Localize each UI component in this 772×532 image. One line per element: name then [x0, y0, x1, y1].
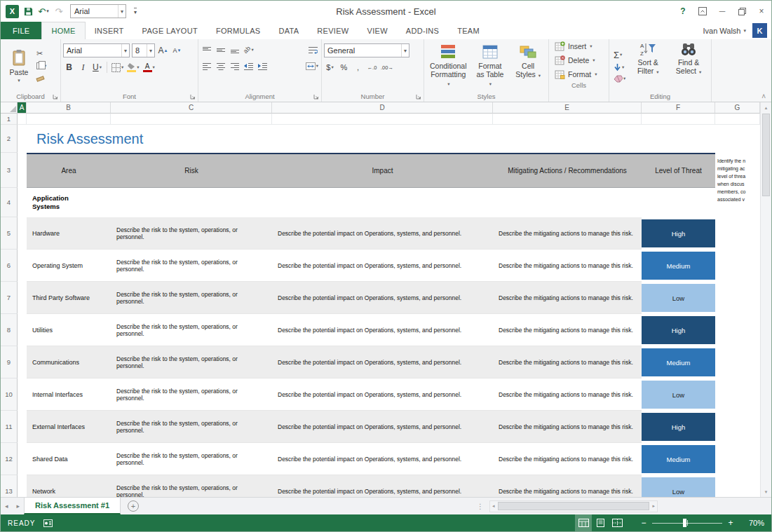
borders-icon[interactable]: ▾	[111, 61, 124, 74]
format-cells-button[interactable]: Format▾	[555, 69, 603, 79]
zoom-out-icon[interactable]: −	[637, 518, 651, 528]
cell-a[interactable]	[18, 250, 27, 282]
row-number[interactable]: 7	[1, 282, 18, 314]
decrease-indent-icon[interactable]	[243, 60, 255, 72]
font-color-icon[interactable]: A▾	[142, 61, 156, 74]
horizontal-scrollbar[interactable]: ◂ ▸	[489, 500, 658, 512]
cell-impact[interactable]: Describe the potential impact on Operati…	[272, 378, 493, 411]
column-header-a[interactable]: A	[18, 102, 27, 114]
ribbon-tab-home[interactable]: HOME	[41, 22, 85, 39]
decrease-decimal-icon[interactable]: .00→	[380, 61, 394, 74]
page-break-view-icon[interactable]	[609, 514, 625, 531]
sort-filter-button[interactable]: AZ Sort & Filter ▾	[628, 41, 668, 90]
cell-area[interactable]: Operating System	[27, 250, 111, 282]
cell-g[interactable]	[715, 443, 760, 475]
save-icon[interactable]	[22, 4, 34, 18]
increase-indent-icon[interactable]	[257, 60, 269, 72]
bold-icon[interactable]: B	[63, 61, 75, 74]
header-area[interactable]: Area	[27, 153, 111, 188]
column-header-g[interactable]: G	[715, 102, 760, 114]
merge-center-icon[interactable]: ▾	[305, 60, 319, 72]
cut-icon[interactable]: ✂	[36, 49, 46, 58]
cell-a[interactable]	[18, 411, 27, 443]
comma-style-icon[interactable]: ,	[352, 61, 364, 74]
header-risk[interactable]: Risk	[111, 153, 272, 188]
page-layout-view-icon[interactable]	[592, 514, 609, 531]
align-bottom-icon[interactable]	[229, 43, 241, 56]
empty-cell[interactable]	[18, 125, 27, 153]
cell-impact[interactable]: Describe the potential impact on Operati…	[272, 346, 493, 378]
cell-actions[interactable]: Describe the mitigating actions to manag…	[493, 217, 642, 250]
insert-cells-button[interactable]: Insert▾	[555, 41, 603, 51]
cell-g[interactable]	[715, 282, 760, 314]
find-select-button[interactable]: Find & Select ▾	[668, 41, 709, 90]
account-user[interactable]: Ivan Walsh▾	[703, 27, 746, 35]
number-format-select[interactable]: General▾	[324, 43, 409, 57]
minimize-icon[interactable]: ─	[712, 1, 732, 22]
restore-icon[interactable]	[732, 1, 752, 22]
sheet-title[interactable]: Risk Assessment	[27, 125, 760, 153]
ribbon-tab-file[interactable]: FILE	[1, 22, 41, 39]
copy-icon[interactable]: ▾	[36, 62, 46, 71]
cell-g[interactable]	[715, 217, 760, 250]
select-all-button[interactable]	[1, 102, 18, 114]
ribbon-tab-insert[interactable]: INSERT	[86, 22, 133, 39]
cell-risk[interactable]: Describe the risk to the system, operati…	[111, 346, 272, 378]
empty-cell[interactable]	[642, 114, 715, 125]
cell-g[interactable]	[715, 411, 760, 443]
cell-actions[interactable]: Describe the mitigating actions to manag…	[493, 250, 642, 282]
cell-a[interactable]	[18, 314, 27, 346]
cell-actions[interactable]: Describe the mitigating actions to manag…	[493, 314, 642, 346]
avatar[interactable]: K	[752, 23, 767, 38]
cell-risk[interactable]: Describe the risk to the system, operati…	[111, 282, 272, 314]
row-number[interactable]: 5	[1, 217, 18, 250]
clipped-note-text[interactable]: Identify the nmitigating aclevel of thre…	[717, 157, 758, 203]
new-sheet-icon[interactable]: +	[128, 500, 139, 512]
empty-cell[interactable]	[18, 153, 27, 188]
cell-risk[interactable]: Describe the risk to the system, operati…	[111, 217, 272, 250]
cell-risk[interactable]: Describe the risk to the system, operati…	[111, 411, 272, 443]
empty-cell[interactable]	[27, 114, 111, 125]
number-dialog-launcher-icon[interactable]	[416, 94, 421, 100]
increase-decimal-icon[interactable]: ←.0	[366, 61, 378, 74]
zoom-percent[interactable]: 70%	[738, 519, 764, 527]
cell-area[interactable]: Internal Interfaces	[27, 378, 111, 411]
threat-level-cell[interactable]: Medium	[642, 250, 715, 282]
ribbon-tab-view[interactable]: VIEW	[358, 22, 397, 39]
cell-risk[interactable]: Describe the risk to the system, operati…	[111, 378, 272, 411]
collapse-ribbon-icon[interactable]: ˄	[761, 93, 766, 100]
cell-impact[interactable]: Describe the potential impact on Operati…	[272, 443, 493, 475]
row-number[interactable]: 12	[1, 443, 18, 475]
empty-cell[interactable]	[493, 114, 642, 125]
align-top-icon[interactable]	[201, 43, 212, 56]
row-number[interactable]: 4	[1, 188, 18, 217]
alignment-dialog-launcher-icon[interactable]	[313, 94, 319, 100]
ribbon-tab-add-ins[interactable]: ADD-INS	[397, 22, 448, 39]
percent-style-icon[interactable]: %	[338, 61, 350, 74]
cell-a[interactable]	[18, 475, 27, 497]
cell-a[interactable]	[18, 217, 27, 250]
threat-level-cell[interactable]: Low	[642, 378, 715, 411]
redo-icon[interactable]: ↷	[53, 4, 65, 18]
cell-actions[interactable]: Describe the mitigating actions to manag…	[493, 282, 642, 314]
underline-icon[interactable]: U▾	[91, 61, 103, 74]
column-header-e[interactable]: E	[493, 102, 642, 114]
ribbon-tab-data[interactable]: DATA	[269, 22, 308, 39]
column-header-d[interactable]: D	[272, 102, 493, 114]
italic-icon[interactable]: I	[77, 61, 89, 74]
align-right-icon[interactable]	[229, 60, 241, 72]
cell-area[interactable]: Utilities	[27, 314, 111, 346]
empty-cell[interactable]	[715, 114, 760, 125]
align-middle-icon[interactable]	[215, 43, 226, 56]
increase-font-size-icon[interactable]: A▲	[157, 44, 169, 57]
cell-g[interactable]	[715, 314, 760, 346]
undo-icon[interactable]: ↶▾	[37, 4, 50, 18]
threat-level-cell[interactable]: Medium	[642, 443, 715, 475]
ribbon-tab-team[interactable]: TEAM	[448, 22, 489, 39]
empty-cell[interactable]	[18, 188, 27, 217]
help-icon[interactable]: ?	[673, 1, 693, 22]
vertical-scroll-thumb[interactable]	[762, 114, 770, 196]
delete-cells-button[interactable]: Delete▾	[555, 55, 603, 65]
format-painter-icon[interactable]	[36, 74, 46, 83]
header-actions[interactable]: Mitigating Actions / Recommendations	[493, 153, 642, 188]
